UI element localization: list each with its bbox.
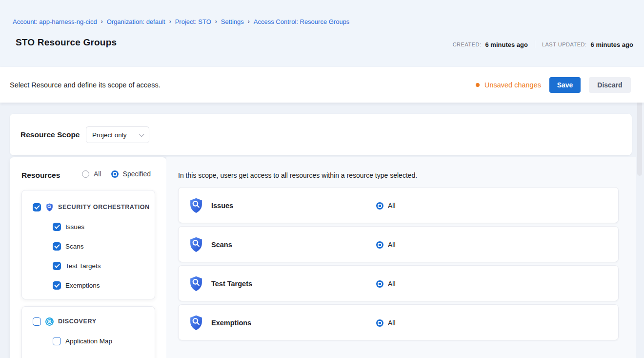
breadcrumb: Account: app-harness-ng-cicd › Organizat… (13, 18, 349, 25)
resource-card-test-targets: Test Targets All (178, 265, 619, 301)
radio-all-access-control[interactable] (376, 319, 383, 327)
access-radio-exemptions[interactable]: All (376, 305, 396, 341)
page-title: STO Resource Groups (16, 37, 117, 48)
radio-all[interactable]: All (82, 170, 101, 178)
tree-item-label: Test Targets (65, 262, 101, 270)
resources-panel: Resources All Specified SECU (10, 157, 166, 358)
radio-all-access-label: All (388, 319, 396, 327)
toolbar-actions: Unsaved changes Save Discard (476, 67, 631, 103)
discovery-radar-icon (45, 317, 54, 326)
unsaved-changes-status: Unsaved changes (476, 81, 541, 89)
discard-button[interactable]: Discard (589, 77, 631, 93)
radio-specified[interactable]: Specified (111, 170, 151, 178)
resource-card-issues: Issues All (178, 187, 619, 223)
toolbar-description: Select Resource and define its scope of … (10, 67, 161, 103)
resource-card-label: Exemptions (211, 305, 251, 341)
sto-shield-search-icon (189, 276, 203, 292)
sto-shield-search-icon (189, 315, 203, 331)
chevron-right-icon: › (248, 18, 250, 25)
radio-all-access-label: All (388, 202, 396, 210)
radio-all-access-control[interactable] (376, 241, 383, 249)
save-button[interactable]: Save (549, 77, 581, 93)
tree-row-application-map: Application Map (22, 331, 155, 351)
chevron-right-icon: › (101, 18, 103, 25)
checkbox-exemptions[interactable] (53, 281, 61, 290)
unsaved-changes-label: Unsaved changes (484, 81, 541, 89)
checkbox-test-targets[interactable] (53, 262, 61, 270)
group-discovery: DISCOVERY Application Map (21, 306, 155, 358)
resource-scope-label: Resource Scope (20, 114, 80, 155)
meta-info: CREATED: 6 minutes ago LAST UPDATED: 6 m… (453, 41, 633, 48)
tree-item-label: Issues (65, 223, 84, 231)
chevron-right-icon: › (215, 18, 217, 25)
tree-item-label: Scans (65, 243, 84, 250)
tree-row-test-targets: Test Targets (22, 256, 155, 275)
sto-shield-search-icon (189, 237, 203, 253)
main-content: Resource Scope Project only Resources Al… (0, 103, 644, 358)
breadcrumb-settings-link[interactable]: Settings (221, 18, 244, 25)
breadcrumb-organization-link[interactable]: Organization: default (107, 18, 165, 25)
radio-all-control[interactable] (82, 170, 89, 178)
checkbox-discovery[interactable] (33, 317, 41, 326)
group-label: DISCOVERY (58, 318, 97, 325)
resource-scope-card: Resource Scope Project only (10, 114, 632, 155)
resource-card-label: Test Targets (211, 266, 252, 302)
breadcrumb-account-link[interactable]: Account: app-harness-ng-cicd (13, 18, 97, 25)
tree-row-issues: Issues (22, 217, 155, 236)
breadcrumb-project-link[interactable]: Project: STO (175, 18, 211, 25)
checkbox-scans[interactable] (53, 242, 61, 251)
chevron-right-icon: › (169, 18, 171, 25)
access-radio-test-targets[interactable]: All (376, 266, 396, 302)
radio-all-access-label: All (388, 241, 396, 249)
radio-all-access-control[interactable] (376, 280, 383, 288)
last-updated-label: LAST UPDATED: (542, 42, 587, 47)
page-header: Account: app-harness-ng-cicd › Organizat… (0, 0, 644, 67)
resource-card-scans: Scans All (178, 226, 619, 262)
radio-all-access-control[interactable] (376, 202, 383, 210)
action-toolbar: Select Resource and define its scope of … (0, 67, 644, 103)
radio-specified-label: Specified (123, 170, 151, 178)
checkbox-issues[interactable] (53, 223, 61, 231)
created-value: 6 minutes ago (485, 41, 527, 48)
radio-specified-control[interactable] (111, 170, 119, 178)
resource-card-exemptions: Exemptions All (178, 304, 619, 340)
resource-scope-select[interactable]: Project only (86, 126, 149, 143)
radio-all-label: All (94, 170, 101, 178)
last-updated-value: 6 minutes ago (591, 41, 633, 48)
checkbox-application-map[interactable] (53, 337, 61, 345)
sto-shield-search-icon (189, 198, 203, 213)
resources-mode-radios: All Specified (82, 170, 151, 178)
tree-item-label: Application Map (65, 337, 112, 345)
scope-description: In this scope, users get access to all r… (178, 171, 417, 179)
checkbox-security-orchestration[interactable] (33, 203, 41, 211)
group-label: SECURITY ORCHESTRATION (58, 204, 150, 211)
created-label: CREATED: (453, 42, 482, 47)
tree-row-discovery: DISCOVERY (22, 312, 155, 331)
chevron-down-icon (139, 131, 144, 137)
unsaved-dot-icon (476, 83, 480, 87)
meta-divider (535, 41, 535, 48)
tree-item-label: Exemptions (65, 282, 100, 289)
group-security-orchestration: SECURITY ORCHESTRATION Issues Scans Test… (21, 190, 155, 299)
access-radio-issues[interactable]: All (376, 188, 396, 224)
tree-row-scans: Scans (22, 236, 155, 256)
access-radio-scans[interactable]: All (376, 227, 396, 263)
sto-shield-search-icon (45, 203, 54, 211)
resource-groups-page: Account: app-harness-ng-cicd › Organizat… (0, 0, 644, 358)
scope-detail-area: In this scope, users get access to all r… (166, 157, 636, 358)
resource-card-label: Scans (211, 227, 232, 263)
breadcrumb-resource-groups-link[interactable]: Access Control: Resource Groups (254, 18, 350, 25)
vertical-scrollbar (636, 67, 644, 358)
tree-row-exemptions: Exemptions (22, 275, 155, 295)
radio-all-access-label: All (388, 280, 396, 288)
resource-scope-selected-value: Project only (92, 131, 127, 139)
tree-row-security-orchestration: SECURITY ORCHESTRATION (22, 197, 155, 217)
resource-card-label: Issues (211, 188, 233, 224)
resources-title: Resources (21, 171, 60, 180)
